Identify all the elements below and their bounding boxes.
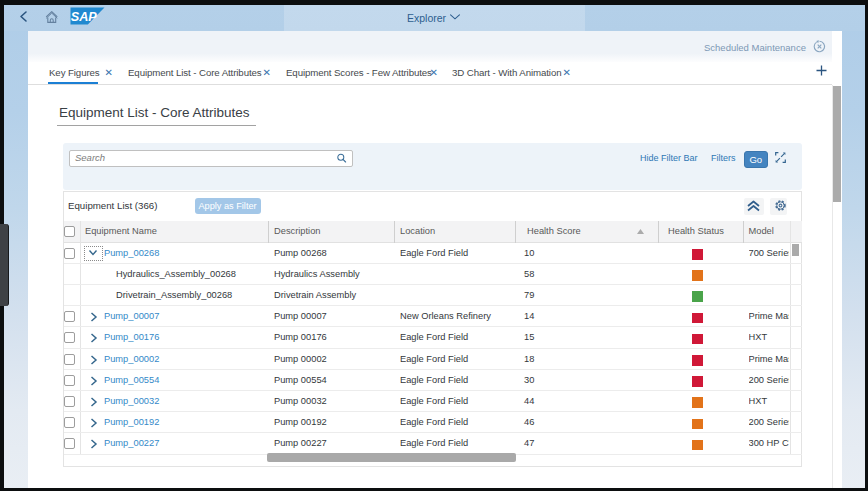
svg-text:SAP: SAP — [70, 9, 96, 24]
